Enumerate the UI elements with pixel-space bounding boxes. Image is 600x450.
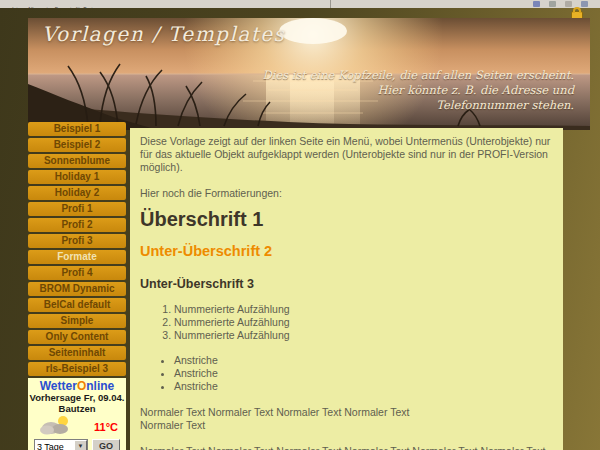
tagline-line: Dies ist eine Kopfzeile, die auf allen S… <box>263 68 574 83</box>
bullet-list-item: Anstriche <box>174 367 553 380</box>
tagline-line: Telefonnummer stehen. <box>263 98 574 113</box>
menu-item[interactable]: Sonnenblume <box>28 154 126 168</box>
menu-item[interactable]: BelCal default <box>28 298 126 312</box>
normal-text-line: Normaler Text <box>140 419 205 431</box>
menu-item[interactable]: Only Content <box>28 330 126 344</box>
menu-item[interactable]: Beispiel 1 <box>28 122 126 136</box>
main-content: Diese Vorlage zeigt auf der linken Seite… <box>130 128 563 450</box>
menu-item[interactable]: Profi 1 <box>28 202 126 216</box>
browser-icon[interactable] <box>565 1 572 7</box>
forecast-city: Bautzen <box>28 404 126 415</box>
numbered-list-item: Nummerierte Aufzählung <box>174 316 553 329</box>
normal-text-short: Normaler Text Normaler Text Normaler Tex… <box>140 406 553 432</box>
menu-item[interactable]: BROM Dynamic <box>28 282 126 296</box>
formats-label: Hier noch die Formatierungen: <box>140 187 553 200</box>
menu-item[interactable]: rls-Beispiel 3 <box>28 362 126 376</box>
numbered-list-item: Nummerierte Aufzählung <box>174 303 553 316</box>
go-button[interactable]: GO <box>92 439 120 450</box>
intro-paragraph: Diese Vorlage zeigt auf der linken Seite… <box>140 135 553 174</box>
browser-icon[interactable] <box>533 1 540 7</box>
menu-item[interactable]: Formate <box>28 250 126 264</box>
forecast-date: Vorhersage Fr, 09.04. <box>28 393 126 404</box>
wetteronline-logo[interactable]: WetterOnline <box>28 378 126 393</box>
bullet-list: AnstricheAnstricheAnstriche <box>140 354 553 393</box>
numbered-list: Nummerierte AufzählungNummerierte Aufzäh… <box>140 303 553 342</box>
logo-nline: nline <box>86 379 114 393</box>
forecast-range-select[interactable]: 3 Tage ▼ <box>34 439 88 450</box>
bullet-list-item: Anstriche <box>174 354 553 367</box>
heading-3: Unter-Überschrift 3 <box>140 278 553 291</box>
cloud-sun-icon <box>38 415 72 435</box>
browser-icon[interactable] <box>549 1 556 7</box>
menu-item[interactable]: Profi 3 <box>28 234 126 248</box>
temperature-value: 11°C <box>94 421 118 433</box>
tagline-line: Hier könnte z. B. die Adresse und <box>263 83 574 98</box>
header-tagline: Dies ist eine Kopfzeile, die auf allen S… <box>263 68 574 113</box>
menu-item[interactable]: Beispiel 2 <box>28 138 126 152</box>
weather-widget: WetterOnline Vorhersage Fr, 09.04. Bautz… <box>28 378 126 450</box>
heading-1: Überschrift 1 <box>140 213 553 226</box>
heading-2: Unter-Überschrift 2 <box>140 245 553 258</box>
menu-item[interactable]: Profi 4 <box>28 266 126 280</box>
browser-toolbar-icons <box>533 1 588 7</box>
logo-sun-o: O <box>77 379 86 393</box>
normal-text-long: Normaler Text Normaler Text Normaler Tex… <box>140 445 553 450</box>
sidebar-menu: Beispiel 1Beispiel 2SonnenblumeHoliday 1… <box>28 122 126 378</box>
page-background: Vorlagen / Templates Dies ist eine Kopfz… <box>0 8 600 450</box>
menu-item[interactable]: Holiday 2 <box>28 186 126 200</box>
bullet-list-item: Anstriche <box>174 380 553 393</box>
menu-item[interactable]: Seiteninhalt <box>28 346 126 360</box>
numbered-list-item: Nummerierte Aufzählung <box>174 329 553 342</box>
menu-item[interactable]: Holiday 1 <box>28 170 126 184</box>
chevron-down-icon[interactable]: ▼ <box>74 440 87 450</box>
tab-divider <box>330 0 331 8</box>
logo-wetter: Wetter <box>40 379 77 393</box>
browser-icon[interactable] <box>581 1 588 7</box>
select-value: 3 Tage <box>35 442 74 450</box>
menu-item[interactable]: Simple <box>28 314 126 328</box>
header-image: Vorlagen / Templates Dies ist eine Kopfz… <box>28 18 590 130</box>
site-title: Vorlagen / Templates <box>42 22 285 46</box>
normal-text-line: Normaler Text Normaler Text Normaler Tex… <box>140 406 409 418</box>
menu-item[interactable]: Profi 2 <box>28 218 126 232</box>
